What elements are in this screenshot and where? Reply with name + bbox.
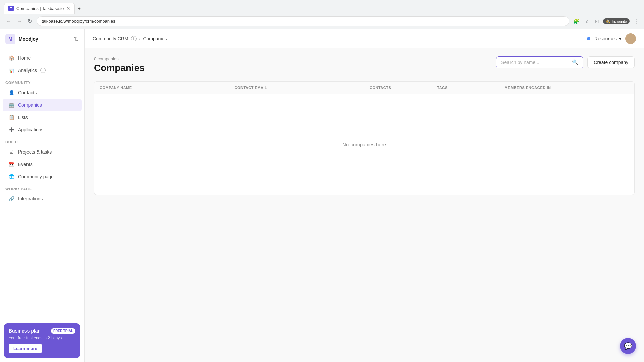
workspace-name: Moodjoy [19, 36, 38, 42]
sidebar-item-community-page-label: Community page [18, 174, 54, 179]
sidebar-button[interactable]: ⊡ [593, 17, 600, 26]
trial-title: Business plan [9, 328, 41, 334]
forward-button[interactable]: → [15, 17, 24, 26]
extensions-button[interactable]: 🧩 [572, 17, 581, 26]
breadcrumb-current: Companies [143, 36, 167, 41]
topbar-right: Resources ▾ [587, 33, 636, 44]
sidebar-item-community-page[interactable]: 🌐 Community page [3, 171, 82, 183]
svg-point-1 [627, 40, 635, 44]
col-contacts: CONTACTS [364, 82, 432, 94]
trial-text: Your free trial ends in 21 days. [9, 336, 75, 340]
url-text: talkbase.io/w/moodjoy/crm/companies [42, 19, 564, 24]
user-avatar[interactable] [625, 33, 636, 44]
tab-title: Companies | Talkbase.io [16, 6, 64, 11]
active-tab[interactable]: T Companies | Talkbase.io ✕ [4, 3, 75, 14]
new-tab-button[interactable]: + [75, 3, 84, 14]
sidebar-item-events-label: Events [18, 162, 33, 167]
sidebar-item-home-label: Home [18, 55, 31, 61]
companies-icon: 🏢 [8, 102, 15, 108]
page-header: 0 companies Companies 🔍 Create company [94, 56, 635, 73]
resources-chevron-icon: ▾ [619, 36, 621, 41]
company-count: 0 companies [94, 56, 145, 61]
chat-icon: 💬 [624, 342, 632, 350]
chat-widget-button[interactable]: 💬 [620, 338, 636, 354]
app: M Moodjoy ⇅ 🏠 Home 📊 Analytics i COMMUNI… [0, 29, 644, 362]
incognito-badge: 🕵 Incognito [603, 18, 630, 24]
sidebar-item-applications[interactable]: ➕ Applications [3, 124, 82, 136]
sidebar-item-home[interactable]: 🏠 Home [3, 52, 82, 64]
sidebar-item-analytics-label: Analytics [18, 68, 37, 73]
companies-table: COMPANY NAME CONTACT EMAIL CONTACTS TAGS… [94, 81, 635, 195]
lists-icon: 📋 [8, 114, 15, 121]
col-members-engaged: MEMBERS ENGAGED IN [499, 82, 635, 94]
sidebar-item-lists[interactable]: 📋 Lists [3, 111, 82, 123]
sidebar-item-applications-label: Applications [18, 127, 44, 132]
table-body: No companies here [94, 94, 634, 195]
breadcrumb: Community CRM i / Companies [93, 36, 167, 41]
community-page-icon: 🌐 [8, 173, 15, 180]
search-input[interactable] [501, 60, 569, 65]
table-header: COMPANY NAME CONTACT EMAIL CONTACTS TAGS… [94, 82, 634, 94]
new-tab-icon: + [78, 6, 81, 11]
col-contact-email: CONTACT EMAIL [229, 82, 365, 94]
sidebar-footer: Business plan FREE TRIAL Your free trial… [0, 319, 84, 362]
sidebar-header: M Moodjoy ⇅ [0, 29, 84, 49]
resources-button[interactable]: Resources ▾ [594, 36, 621, 41]
refresh-button[interactable]: ↻ [25, 17, 34, 26]
page-actions: 🔍 Create company [496, 56, 635, 68]
sidebar-toggle-button[interactable]: ⇅ [74, 35, 79, 43]
workspace-section-label: WORKSPACE [0, 183, 84, 192]
topbar: Community CRM i / Companies Resources ▾ [85, 29, 644, 48]
browser-chrome: T Companies | Talkbase.io ✕ + ← → ↻ talk… [0, 0, 644, 29]
bookmark-button[interactable]: ☆ [584, 17, 591, 26]
sidebar-item-lists-label: Lists [18, 115, 28, 120]
trial-header: Business plan FREE TRIAL [9, 328, 75, 334]
create-company-button[interactable]: Create company [587, 56, 635, 68]
menu-button[interactable]: ⋮ [632, 17, 640, 26]
sidebar-item-integrations[interactable]: 🔗 Integrations [3, 193, 82, 205]
sidebar-item-projects[interactable]: ☑ Projects & tasks [3, 146, 82, 158]
empty-state-message: No companies here [342, 115, 386, 174]
resources-label: Resources [594, 36, 617, 41]
tab-close-button[interactable]: ✕ [66, 6, 70, 11]
sidebar: M Moodjoy ⇅ 🏠 Home 📊 Analytics i COMMUNI… [0, 29, 85, 362]
svg-point-0 [628, 35, 633, 40]
sidebar-item-companies-label: Companies [18, 102, 42, 108]
projects-icon: ☑ [8, 148, 15, 155]
applications-icon: ➕ [8, 126, 15, 133]
learn-more-button[interactable]: Learn more [9, 344, 42, 353]
search-icon: 🔍 [572, 59, 578, 65]
contacts-icon: 👤 [8, 89, 15, 96]
sidebar-item-contacts[interactable]: 👤 Contacts [3, 86, 82, 99]
workspace-avatar: M [5, 34, 15, 44]
main-content: Community CRM i / Companies Resources ▾ [85, 29, 644, 362]
home-icon: 🏠 [8, 55, 15, 61]
breadcrumb-info-icon[interactable]: i [131, 36, 137, 41]
sidebar-nav: 🏠 Home 📊 Analytics i COMMUNITY 👤 Contact… [0, 49, 84, 319]
sidebar-item-events[interactable]: 📅 Events [3, 158, 82, 170]
events-icon: 📅 [8, 161, 15, 168]
sidebar-item-contacts-label: Contacts [18, 90, 37, 95]
browser-actions: 🧩 ☆ ⊡ 🕵 Incognito ⋮ [572, 17, 640, 26]
community-section-label: COMMUNITY [0, 77, 84, 86]
analytics-icon: 📊 [8, 67, 15, 74]
sidebar-item-analytics[interactable]: 📊 Analytics i [3, 64, 82, 76]
incognito-label: Incognito [612, 19, 627, 23]
page-title: Companies [94, 63, 145, 73]
search-box[interactable]: 🔍 [496, 56, 583, 68]
build-section-label: BUILD [0, 136, 84, 145]
browser-toolbar: ← → ↻ talkbase.io/w/moodjoy/crm/companie… [0, 14, 644, 29]
status-indicator [587, 37, 590, 40]
browser-tabs: T Companies | Talkbase.io ✕ + [0, 0, 644, 14]
breadcrumb-parent[interactable]: Community CRM [93, 36, 128, 41]
col-company-name: COMPANY NAME [94, 82, 229, 94]
sidebar-item-companies[interactable]: 🏢 Companies [3, 99, 82, 111]
trial-banner: Business plan FREE TRIAL Your free trial… [4, 323, 80, 358]
analytics-info-icon[interactable]: i [40, 68, 46, 73]
integrations-icon: 🔗 [8, 195, 15, 202]
back-button[interactable]: ← [4, 17, 13, 26]
sidebar-item-integrations-label: Integrations [18, 196, 43, 201]
col-tags: TAGS [432, 82, 499, 94]
trial-badge: FREE TRIAL [51, 328, 75, 334]
address-bar[interactable]: talkbase.io/w/moodjoy/crm/companies [37, 16, 569, 26]
